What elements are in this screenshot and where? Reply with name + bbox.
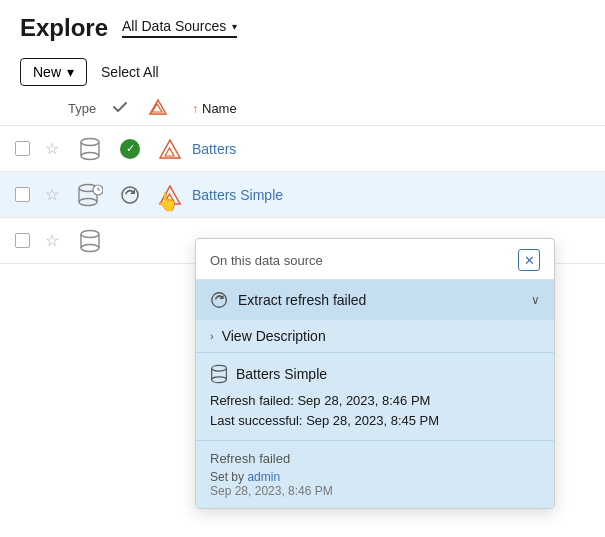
warning-extract-icon [159, 185, 181, 205]
row3-type [68, 229, 112, 253]
tooltip-ds-name-row: Batters Simple [210, 363, 540, 385]
extract-refresh-failed-icon [210, 290, 230, 310]
new-button[interactable]: New ▾ [20, 58, 87, 86]
tooltip-header: On this data source ✕ [196, 239, 554, 280]
row2-checkbox[interactable] [15, 187, 30, 202]
tooltip-view-description[interactable]: › View Description [196, 320, 554, 353]
svg-point-11 [79, 198, 97, 205]
page-title: Explore [20, 14, 108, 42]
name-column-label: Name [202, 101, 237, 116]
svg-point-21 [81, 244, 99, 251]
tooltip-close-button[interactable]: ✕ [518, 249, 540, 271]
svg-point-18 [81, 230, 99, 237]
datasource-type-icon [79, 229, 101, 253]
row2-status [112, 185, 148, 205]
datasource-dropdown[interactable]: All Data Sources ▾ [122, 18, 237, 38]
header-status-col [112, 99, 148, 118]
tooltip-footer: Refresh failed Set by admin Sep 28, 2023… [196, 440, 554, 508]
sort-arrow-icon: ↑ [192, 102, 198, 116]
tooltip-refresh-failed-text: Refresh failed [210, 451, 540, 466]
header-type-col: Type [68, 101, 112, 116]
refresh-failed-label: Refresh failed: [210, 393, 294, 408]
svg-point-22 [212, 293, 227, 308]
page-container: Explore All Data Sources ▾ New ▾ Select … [0, 0, 605, 537]
type-column-label: Type [68, 101, 96, 116]
header-name-col: ↑ Name [192, 101, 605, 116]
svg-marker-7 [165, 148, 174, 156]
row1-star[interactable]: ☆ [36, 139, 68, 158]
tooltip-popup: On this data source ✕ Extract refresh fa… [195, 238, 555, 509]
table-row: ☆ [0, 172, 605, 218]
tooltip-header-label: On this data source [210, 253, 323, 268]
admin-link[interactable]: admin [247, 470, 280, 484]
datasource-type-icon [79, 137, 101, 161]
select-all-button[interactable]: Select All [101, 64, 159, 80]
svg-marker-17 [165, 194, 174, 202]
tooltip-extract-row[interactable]: Extract refresh failed ∨ [196, 280, 554, 320]
extract-datasource-icon [77, 183, 103, 207]
tooltip-blue-section: Extract refresh failed ∨ › View Descript… [196, 280, 554, 508]
row1-checkbox-cell[interactable] [8, 141, 36, 156]
tooltip-set-by: Set by admin [210, 470, 540, 484]
row1-type [68, 137, 112, 161]
tooltip-ds-detail: Refresh failed: Sep 28, 2023, 8:46 PM La… [210, 391, 540, 430]
svg-point-23 [212, 365, 227, 371]
set-by-text: Set by [210, 470, 244, 484]
chevron-right-icon: › [210, 330, 214, 342]
tooltip-extract-label: Extract refresh failed [238, 292, 523, 308]
last-successful-label: Last successful: [210, 413, 303, 428]
row1-ds-icon [148, 139, 192, 159]
svg-point-15 [122, 187, 138, 203]
row2-checkbox-cell[interactable] [8, 187, 36, 202]
table-row: ☆ ✓ Batters [0, 126, 605, 172]
table-header: Type ↑ Name [0, 92, 605, 126]
row3-checkbox[interactable] [15, 233, 30, 248]
refresh-failed-date: Sep 28, 2023, 8:46 PM [297, 393, 430, 408]
row2-ds-icon: 👆 [148, 185, 192, 205]
expand-arrow-icon: ∨ [531, 293, 540, 307]
new-button-label: New [33, 64, 61, 80]
row2-name[interactable]: Batters Simple [192, 187, 605, 203]
row3-star[interactable]: ☆ [36, 231, 68, 250]
row2-star[interactable]: ☆ [36, 185, 68, 204]
tooltip-timestamp: Sep 28, 2023, 8:46 PM [210, 484, 540, 498]
row1-checkbox[interactable] [15, 141, 30, 156]
checkmark-header-icon [112, 99, 128, 115]
tooltip-datasource-item: Batters Simple Refresh failed: Sep 28, 2… [196, 353, 554, 440]
header-ds-icon-col [148, 98, 192, 119]
view-description-label: View Description [222, 328, 326, 344]
last-successful-date: Sep 28, 2023, 8:45 PM [306, 413, 439, 428]
svg-point-26 [212, 377, 227, 383]
datasource-header-icon [148, 98, 168, 116]
svg-point-2 [81, 138, 99, 145]
svg-point-5 [81, 152, 99, 159]
toolbar: New ▾ Select All [0, 52, 605, 92]
warning-triangle-icon [159, 139, 181, 159]
datasource-label: All Data Sources [122, 18, 226, 34]
chevron-down-icon: ▾ [232, 21, 237, 32]
extract-refresh-icon [120, 185, 140, 205]
row3-checkbox-cell[interactable] [8, 233, 36, 248]
new-button-arrow-icon: ▾ [67, 64, 74, 80]
row1-name[interactable]: Batters [192, 141, 605, 157]
green-check-icon: ✓ [120, 139, 140, 159]
header: Explore All Data Sources ▾ [0, 0, 605, 52]
ds-item-icon [210, 363, 228, 385]
row2-type [68, 183, 112, 207]
close-icon: ✕ [524, 253, 535, 268]
ds-item-name: Batters Simple [236, 366, 327, 382]
row1-status: ✓ [112, 139, 148, 159]
